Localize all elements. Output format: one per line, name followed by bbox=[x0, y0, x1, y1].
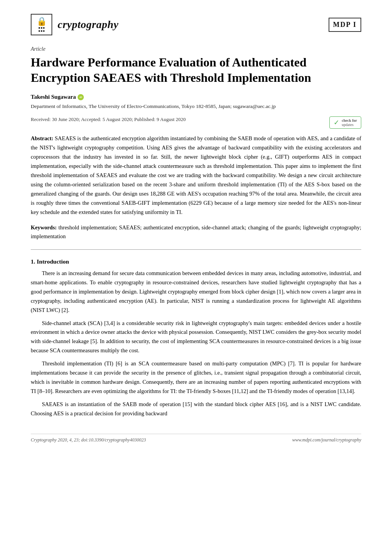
dates-row: Received: 30 June 2020; Accepted: 5 Augu… bbox=[31, 116, 361, 129]
article-title: Hardware Performance Evaluation of Authe… bbox=[31, 55, 361, 85]
section1-para4: SAEAES is an instantiation of the SAEB m… bbox=[31, 400, 361, 418]
keywords-label: Keywords: bbox=[31, 224, 57, 231]
check-updates-line2: updates bbox=[342, 123, 357, 127]
section1-para2: Side-channel attack (SCA) [3,4] is a con… bbox=[31, 319, 361, 356]
page: 🔒 ■ ■ ■ ■ ■ ■ cryptography MDP I Article… bbox=[0, 0, 392, 554]
section1-para3: Threshold implementation (TI) [6] is an … bbox=[31, 359, 361, 396]
logo-text: ■ ■ ■ ■ ■ ■ bbox=[37, 27, 47, 33]
footer-right: www.mdpi.com/journal/cryptography bbox=[292, 437, 361, 443]
section-divider bbox=[31, 249, 361, 250]
header-left: 🔒 ■ ■ ■ ■ ■ ■ cryptography bbox=[31, 14, 118, 35]
dates-text: Received: 30 June 2020; Accepted: 5 Augu… bbox=[31, 116, 186, 123]
check-updates-text: check for updates bbox=[342, 118, 357, 127]
abstract-text: SAEAES is the authenticated encryption a… bbox=[31, 135, 361, 215]
abstract-section: Abstract: SAEAES is the authenticated en… bbox=[31, 134, 361, 217]
footer: Cryptography 2020, 4, 23; doi:10.3390/cr… bbox=[31, 434, 361, 443]
orcid-icon bbox=[78, 94, 84, 100]
check-updates-line1: check for bbox=[342, 118, 357, 123]
keywords-section: Keywords: threshold implementation; SAEA… bbox=[31, 223, 361, 241]
mdpi-logo: MDP I bbox=[329, 18, 362, 32]
article-type: Article bbox=[31, 46, 361, 52]
journal-name: cryptography bbox=[58, 18, 118, 31]
check-updates-icon: ✓ bbox=[334, 118, 339, 127]
journal-logo-inner: 🔒 ■ ■ ■ ■ ■ ■ bbox=[37, 17, 47, 33]
journal-logo-box: 🔒 ■ ■ ■ ■ ■ ■ bbox=[31, 14, 52, 35]
section1-para1: There is an increasing demand for secure… bbox=[31, 269, 361, 315]
footer-left: Cryptography 2020, 4, 23; doi:10.3390/cr… bbox=[31, 437, 146, 443]
author-line: Takeshi Sugawara bbox=[31, 94, 361, 100]
keywords-text: threshold implementation; SAEAES; authen… bbox=[31, 224, 361, 239]
check-updates-badge: ✓ check for updates bbox=[329, 116, 361, 129]
author-name: Takeshi Sugawara bbox=[31, 94, 76, 100]
section1-heading: 1. Introduction bbox=[31, 258, 361, 265]
affiliation: Department of Informatics, The Universit… bbox=[31, 103, 361, 110]
header: 🔒 ■ ■ ■ ■ ■ ■ cryptography MDP I bbox=[31, 14, 361, 35]
lock-icon: 🔒 bbox=[37, 17, 47, 27]
abstract-label: Abstract: bbox=[31, 135, 53, 141]
